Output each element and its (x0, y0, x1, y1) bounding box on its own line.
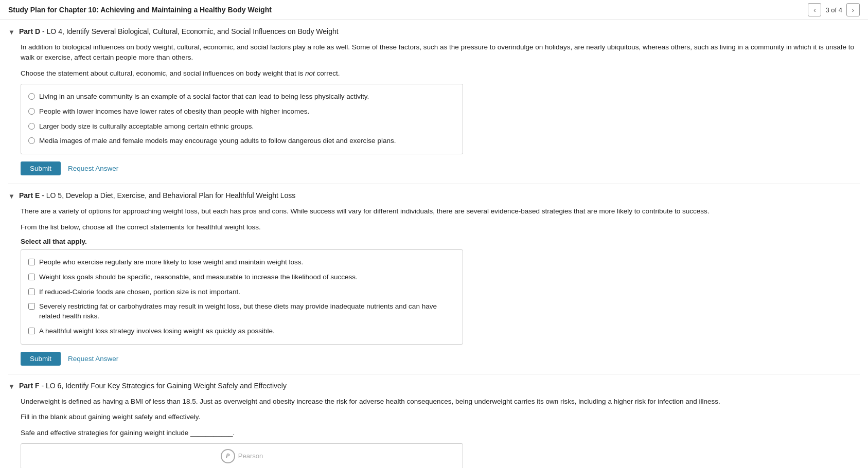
checkbox-e-2[interactable] (28, 274, 35, 280)
collapse-arrow-part-e[interactable]: ▼ (8, 192, 15, 200)
section-body-part-f: Underweight is defined as having a BMI o… (8, 397, 860, 468)
section-title-text-part-f: - LO 6, Identify Four Key Strategies for… (41, 382, 287, 390)
checkbox-e-4[interactable] (28, 303, 35, 310)
collapse-arrow-part-d[interactable]: ▼ (8, 28, 15, 36)
option-item-e-5: A healthful weight loss strategy involve… (28, 324, 455, 339)
submit-button-part-d[interactable]: Submit (21, 161, 61, 175)
radio-d-4[interactable] (28, 137, 35, 144)
option-item-e-1: People who exercise regularly are more l… (28, 255, 455, 270)
action-row-part-e: Submit Request Answer (21, 352, 860, 366)
radio-d-2[interactable] (28, 108, 35, 115)
option-label-e-3: If reduced-Calorie foods are chosen, por… (39, 287, 240, 297)
option-label-e-5: A healthful weight loss strategy involve… (39, 327, 275, 336)
option-item-d-1: Living in an unsafe community is an exam… (28, 89, 455, 104)
checkbox-e-3[interactable] (28, 289, 35, 295)
section-title-part-d: Part D - LO 4, Identify Several Biologic… (19, 27, 339, 35)
fill-blank-text: Safe and effective strategies for gainin… (21, 428, 860, 438)
action-row-part-d: Submit Request Answer (21, 161, 860, 175)
section-title-text-part-d: - LO 4, Identify Several Biological, Cul… (42, 27, 339, 35)
radio-d-3[interactable] (28, 123, 35, 130)
option-item-d-3: Larger body size is culturally acceptabl… (28, 119, 455, 134)
option-label-e-1: People who exercise regularly are more l… (39, 258, 303, 267)
option-label-d-4: Media images of male and female models m… (39, 136, 396, 146)
checkbox-e-5[interactable] (28, 328, 35, 334)
option-label-e-4: Severely restricting fat or carbohydrate… (39, 302, 455, 321)
top-bar: Study Plan for Chapter 10: Achieving and… (0, 0, 868, 20)
option-label-d-2: People with lower incomes have lower rat… (39, 107, 309, 117)
pearson-label: Pearson (238, 452, 263, 460)
select-all-label-part-e: Select all that apply. (21, 238, 860, 245)
page-title: Study Plan for Chapter 10: Achieving and… (8, 6, 272, 14)
option-item-e-4: Severely restricting fat or carbohydrate… (28, 299, 455, 324)
section-part-e: ▼ Part E - LO 5, Develop a Diet, Exercis… (8, 184, 860, 374)
section-part-f: ▼ Part F - LO 6, Identify Four Key Strat… (8, 374, 860, 468)
option-item-e-2: Weight loss goals should be specific, re… (28, 270, 455, 285)
pearson-logo-icon: P (221, 449, 235, 463)
option-label-d-1: Living in an unsafe community is an exam… (39, 92, 369, 102)
pearson-widget-area: P Pearson (21, 443, 463, 468)
request-answer-link-part-e[interactable]: Request Answer (68, 355, 118, 363)
option-item-e-3: If reduced-Calorie foods are chosen, por… (28, 285, 455, 300)
next-page-button[interactable]: › (846, 3, 860, 16)
submit-button-part-e[interactable]: Submit (21, 352, 61, 366)
option-item-d-2: People with lower incomes have lower rat… (28, 104, 455, 119)
main-content: ▼ Part D - LO 4, Identify Several Biolog… (0, 20, 868, 468)
options-box-part-e: People who exercise regularly are more l… (21, 249, 463, 345)
section-title-text-part-e: - LO 5, Develop a Diet, Exercise, and Be… (42, 191, 295, 200)
fill-blank-instruction: Fill in the blank about gaining weight s… (21, 412, 860, 422)
section-header-part-e: ▼ Part E - LO 5, Develop a Diet, Exercis… (8, 191, 860, 200)
option-label-e-2: Weight loss goals should be specific, re… (39, 273, 358, 282)
instruction-italic-part-d: not (305, 69, 315, 77)
description-part-d: In addition to biological influences on … (21, 42, 860, 63)
checkbox-e-1[interactable] (28, 259, 35, 265)
section-header-part-f: ▼ Part F - LO 6, Identify Four Key Strat… (8, 382, 860, 390)
description-part-e: There are a variety of options for appro… (21, 206, 860, 217)
option-label-d-3: Larger body size is culturally acceptabl… (39, 122, 254, 132)
section-header-part-d: ▼ Part D - LO 4, Identify Several Biolog… (8, 27, 860, 36)
request-answer-link-part-d[interactable]: Request Answer (68, 165, 118, 172)
collapse-arrow-part-f[interactable]: ▼ (8, 383, 15, 390)
instruction-part-d: Choose the statement about cultural, eco… (21, 68, 860, 79)
section-title-part-e: Part E - LO 5, Develop a Diet, Exercise,… (19, 191, 295, 200)
options-box-part-d: Living in an unsafe community is an exam… (21, 84, 463, 155)
description-part-f: Underweight is defined as having a BMI o… (21, 397, 860, 407)
prev-page-button[interactable]: ‹ (808, 3, 821, 16)
section-part-d: ▼ Part D - LO 4, Identify Several Biolog… (8, 20, 860, 184)
section-body-part-d: In addition to biological influences on … (8, 42, 860, 175)
section-body-part-e: There are a variety of options for appro… (8, 206, 860, 366)
radio-d-1[interactable] (28, 93, 35, 100)
section-title-part-f: Part F - LO 6, Identify Four Key Strateg… (19, 382, 287, 390)
instruction-part-e: From the list below, choose all the corr… (21, 222, 860, 232)
pagination-controls: ‹ 3 of 4 › (808, 3, 860, 16)
page-count: 3 of 4 (825, 6, 842, 14)
option-item-d-4: Media images of male and female models m… (28, 134, 455, 149)
